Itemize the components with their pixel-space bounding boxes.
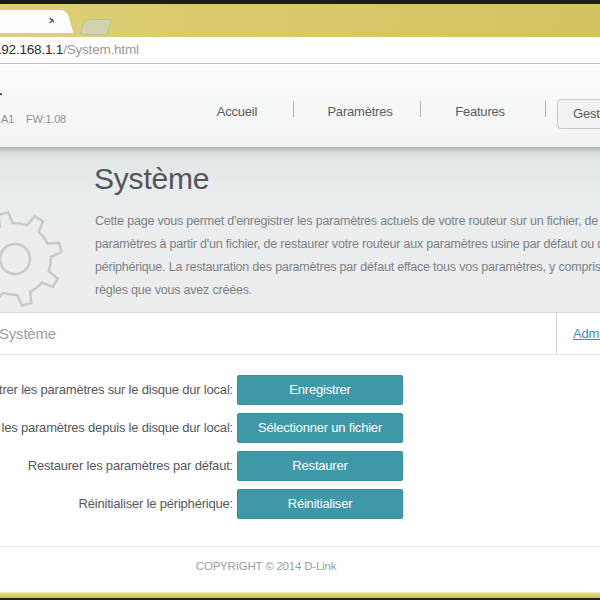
save-settings-label: Enregistrer les paramètres sur le disque… (0, 375, 233, 405)
reboot-button[interactable]: Réinitialiser (237, 489, 403, 519)
firmware-info: A1FW:1.08 (1, 113, 66, 125)
load-settings-label: Charger les paramètres depuis le disque … (0, 413, 233, 443)
reboot-device-label: Réinitialiser le périphérique: (0, 489, 233, 519)
section-title: Système (0, 313, 56, 354)
section-toolbar: Système Administration (0, 312, 600, 355)
gear-icon (0, 209, 65, 309)
page-title: Système (94, 162, 209, 196)
url-host: 192.168.1.1 (0, 42, 63, 57)
tab-close-icon[interactable]: ✕ (45, 14, 59, 28)
nav-item-accueil[interactable]: Accueil (182, 104, 292, 119)
browser-window: ✕ 192.168.1.1/System.html A1FW:1.08 Accu… (0, 0, 600, 600)
firmware-version: FW:1.08 (26, 113, 66, 125)
select-file-button[interactable]: Sélectionner un fichier (237, 413, 403, 443)
nav-item-features[interactable]: Features (425, 104, 535, 119)
nav-item-parametres[interactable]: Paramètres (305, 104, 415, 119)
nav-divider (545, 101, 546, 117)
admin-tab[interactable]: Administration (556, 313, 600, 354)
hardware-rev: A1 (1, 113, 14, 125)
copyright-text: COPYRIGHT © 2014 D-Link (116, 560, 416, 572)
description-line: Cette page vous permet d'enregistrer les… (95, 210, 600, 233)
address-bar[interactable]: 192.168.1.1/System.html (0, 37, 600, 64)
page-description: Cette page vous permet d'enregistrer les… (95, 210, 600, 302)
description-line: périphérique. La restauration des paramè… (95, 256, 600, 279)
nav-item-gestion[interactable]: Gestion (557, 99, 600, 129)
page-crop: ✕ 192.168.1.1/System.html A1FW:1.08 Accu… (0, 0, 600, 600)
url-path: /System.html (63, 42, 139, 57)
administration-link[interactable]: Administration (573, 313, 600, 354)
description-line: règles que vous avez créées. (95, 279, 600, 302)
dlink-logo-icon (0, 92, 5, 110)
browser-tab[interactable]: ✕ (0, 10, 63, 33)
restore-button[interactable]: Restaurer (237, 451, 403, 481)
restore-defaults-label: Restaurer les paramètres par défaut: (0, 451, 233, 481)
new-tab-button[interactable] (79, 19, 112, 35)
save-button[interactable]: Enregistrer (237, 375, 403, 405)
description-line: paramètres à partir d'un fichier, de res… (95, 233, 600, 256)
nav-divider (293, 101, 294, 117)
footer-divider (0, 546, 600, 547)
url-text: 192.168.1.1/System.html (0, 37, 139, 63)
nav-divider (420, 101, 421, 117)
